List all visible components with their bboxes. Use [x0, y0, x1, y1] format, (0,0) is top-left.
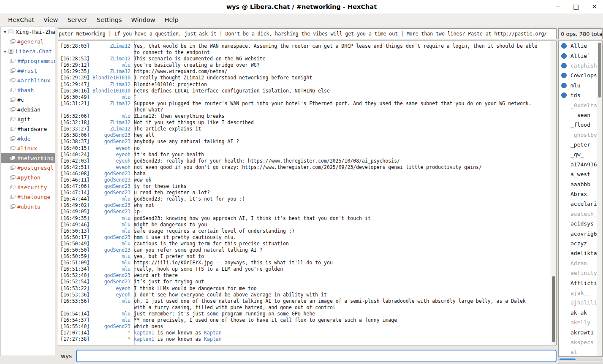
- expander-triangle-icon[interactable]: ▼: [2, 49, 8, 54]
- userlist-row[interactable]: adeliktas: [559, 248, 597, 258]
- message-text: ^: [134, 94, 550, 101]
- userlist-row[interactable]: _flood: [559, 120, 597, 130]
- userlist-row[interactable]: aefinity: [559, 268, 597, 278]
- maximize-button[interactable]: □: [573, 4, 579, 10]
- userlist-row[interactable]: Allie: [559, 41, 597, 51]
- userlist-row[interactable]: akrawt1: [559, 327, 597, 337]
- userlist-row[interactable]: a_west: [559, 169, 597, 179]
- userlist-row[interactable]: a174n936: [559, 160, 597, 169]
- menu-item[interactable]: Server: [62, 14, 92, 25]
- chat-scrollbar[interactable]: [551, 41, 556, 345]
- channel-bubble-icon: [10, 107, 16, 112]
- userlist-scrollbar-thumb[interactable]: [598, 43, 601, 98]
- tree-row[interactable]: ▼ Libera.Chat: [1, 46, 55, 56]
- message-text: :p: [134, 209, 550, 215]
- user-nickname: aczyz: [570, 240, 587, 247]
- message-timestamp: [16:29:12]: [58, 62, 88, 68]
- tree-row[interactable]: ▼ #python: [1, 173, 55, 182]
- message-timestamp: [16:54:14]: [58, 311, 88, 317]
- tree-row[interactable]: ▼ #networking: [1, 153, 55, 163]
- userlist-row[interactable]: acetech_: [559, 209, 597, 219]
- tree-row[interactable]: ▼ #archlinux: [1, 76, 55, 85]
- tree-row[interactable]: ▼ #c: [1, 95, 55, 105]
- userlist-row[interactable]: accelario: [559, 199, 597, 209]
- tree-row[interactable]: ▼ #security: [1, 182, 55, 192]
- tree-row[interactable]: ▼ #ubuntu: [1, 202, 55, 212]
- tree-row[interactable]: ▼ #debian: [1, 105, 55, 114]
- user-nickname: aefinity: [570, 270, 597, 276]
- userlist-row[interactable]: aaabbb: [559, 179, 597, 189]
- userlist-row[interactable]: ak-ak: [559, 308, 597, 318]
- userlist-scrollbar[interactable]: [597, 41, 602, 356]
- userlist-row[interactable]: akelly: [559, 318, 597, 327]
- minimize-button[interactable]: −: [555, 4, 561, 10]
- nick-separator-gap: [130, 298, 134, 311]
- menu-item[interactable]: Settings: [92, 14, 126, 25]
- userlist-row[interactable]: aczyz: [559, 239, 597, 248]
- userlist-hscrollbar-secondary[interactable]: [558, 362, 603, 364]
- tree-row-label: Xing-Hai-Zhan: [16, 29, 55, 35]
- tree-row[interactable]: ▼ #hardware: [1, 124, 55, 134]
- userlist-row[interactable]: Affliction: [559, 278, 597, 288]
- userlist-row[interactable]: __sean__: [559, 110, 597, 120]
- user-nickname: _qw_: [570, 151, 584, 158]
- topic-bar[interactable]: puter Networking | If you have a questio…: [58, 28, 557, 39]
- menu-item[interactable]: View: [39, 14, 62, 25]
- message-timestamp: [16:52:40]: [58, 272, 88, 279]
- message-nick: mlu: [88, 241, 130, 247]
- user-nickname: _0xdelta: [570, 102, 597, 109]
- userlist-row[interactable]: Cowclops`: [559, 71, 597, 80]
- tree-row[interactable]: ▼ #general: [1, 37, 55, 46]
- message-text: can you refer some good natural talking …: [134, 247, 550, 253]
- nick-separator-gap: [130, 241, 134, 247]
- userlist-row[interactable]: catphish: [559, 61, 597, 71]
- userlist-row[interactable]: akspecs: [559, 337, 597, 347]
- userlist-row[interactable]: ajak__: [559, 288, 597, 298]
- userlist-row[interactable]: _peter: [559, 140, 597, 149]
- tree-row[interactable]: ▼ Xing-Hai-Zhan: [1, 27, 55, 37]
- user-nickname: Adran: [570, 260, 587, 266]
- userlist-row[interactable]: acidsys: [559, 219, 597, 228]
- menu-item[interactable]: Help: [160, 14, 183, 25]
- message-nick: ZLima12: [88, 120, 130, 126]
- userlist-row[interactable]: mlu: [559, 81, 597, 90]
- userlist-hscrollbar[interactable]: [558, 358, 603, 361]
- userlist-row[interactable]: acovrig60: [559, 228, 597, 238]
- userlist-row[interactable]: Allie`: [559, 51, 597, 60]
- message-nick: eyeoh: [88, 292, 130, 298]
- userlist-row[interactable]: _ghostbyte: [559, 130, 597, 140]
- message-timestamp: [16:47:06]: [58, 183, 88, 190]
- menu-item[interactable]: HexChat: [3, 14, 39, 25]
- tree-row[interactable]: ▼ #linux: [1, 144, 55, 153]
- userlist-row[interactable]: _0xdelta: [559, 100, 597, 110]
- chat-message-row: [16:29:35] ZLima12 https://www.wireguard…: [58, 68, 550, 75]
- userlist-row[interactable]: Abrax: [559, 189, 597, 199]
- userlist-row[interactable]: al: [559, 347, 597, 357]
- user-nickname: Allie: [570, 43, 587, 49]
- tree-row[interactable]: ▼ ##rust: [1, 66, 55, 76]
- message-text: netns defines LOCAL interface configurat…: [134, 88, 550, 94]
- nick-separator-gap: [130, 132, 134, 139]
- tree-row[interactable]: ▼ #bash: [1, 85, 55, 95]
- chat-scrollbar-thumb[interactable]: [552, 276, 555, 342]
- message-text: https://www.wireguard.com/netns/: [134, 68, 550, 75]
- message-nick: mlu: [88, 298, 130, 311]
- userlist-row[interactable]: Adran: [559, 258, 597, 268]
- userlist-row[interactable]: tds: [559, 90, 597, 100]
- user-nickname: akelly: [570, 319, 590, 326]
- userlist-row[interactable]: _qw_: [559, 149, 597, 159]
- userlist-row[interactable]: ajhalili2: [559, 298, 597, 307]
- message-timestamp: [16:47:14]: [58, 190, 88, 196]
- tree-row[interactable]: ▼ ##programming: [1, 56, 55, 66]
- tree-row[interactable]: ▼ #git: [1, 114, 55, 124]
- tree-row[interactable]: ▼ #postgresql: [1, 163, 55, 173]
- tree-row[interactable]: ▼ #kde: [1, 134, 55, 144]
- tree-row[interactable]: ▼ #thelounge: [1, 192, 55, 202]
- userlist-hscrollbar-thumb[interactable]: [560, 359, 576, 360]
- menu-item[interactable]: Window: [127, 14, 160, 25]
- message-input[interactable]: [76, 350, 557, 362]
- close-button[interactable]: ✕: [592, 4, 597, 10]
- expander-triangle-icon[interactable]: ▼: [2, 30, 8, 34]
- chat-message-row: [16:50:59] mlu yes, but I prefer not to: [58, 253, 550, 260]
- user-list-rows: Allie Allie` catphish Cowclops` mlu tds …: [559, 41, 597, 357]
